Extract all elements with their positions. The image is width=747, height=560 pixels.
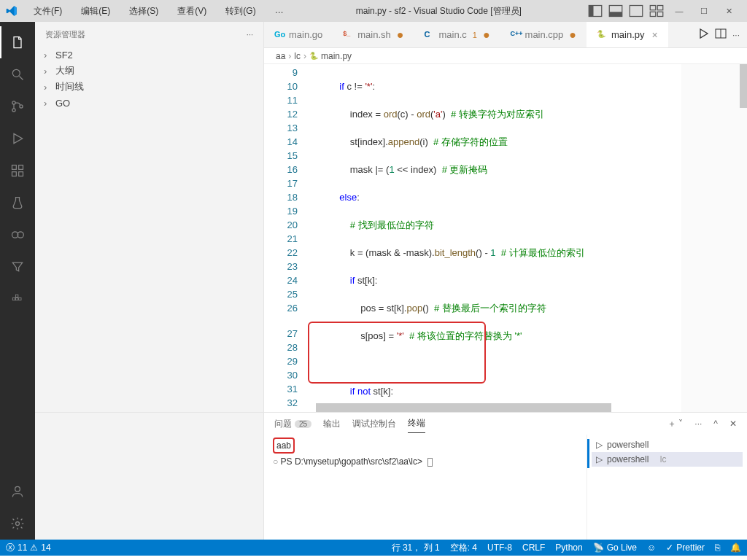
status-errors[interactable]: ⓧ 11 ⚠ 14 [6, 542, 51, 554]
panel-tab-problems[interactable]: 问题25 [274, 415, 311, 433]
layout-left-icon[interactable] [587, 2, 604, 20]
activity-account-icon[interactable] [0, 475, 35, 508]
title-bar: 文件(F) 编辑(E) 选择(S) 查看(V) 转到(G) … main.py … [0, 0, 747, 22]
horizontal-scrollbar[interactable] [316, 403, 611, 412]
editor-area: Gomain.go $_main.sh● Cmain.c1● C++main.c… [264, 22, 747, 540]
sidebar-item-timeline[interactable]: ›时间线 [35, 79, 263, 95]
layout-grid-icon[interactable] [648, 2, 665, 20]
status-encoding[interactable]: UTF-8 [487, 542, 512, 553]
panel-new-icon[interactable]: ＋ ˅ [667, 418, 683, 430]
status-bar: ⓧ 11 ⚠ 14 行 31， 列 1 空格: 4 UTF-8 CRLF Pyt… [0, 540, 747, 556]
status-bell-icon[interactable]: 🔔 [730, 542, 741, 553]
terminal-icon: ▷ [596, 440, 603, 450]
bottom-panel: 问题25 输出 调试控制台 终端 ＋ ˅ ··· ^ ✕ aab ○ PS D:… [35, 412, 747, 540]
activity-extensions-icon[interactable] [0, 155, 35, 187]
terminal-item[interactable]: ▷powershell [592, 438, 743, 452]
vertical-scrollbar[interactable] [740, 64, 747, 108]
activity-scm-icon[interactable] [0, 90, 35, 122]
svg-rect-23 [19, 298, 21, 300]
svg-point-25 [16, 522, 20, 526]
sidebar-item-go[interactable]: ›GO [35, 95, 263, 111]
sidebar-more-icon[interactable]: ··· [247, 30, 253, 39]
svg-rect-7 [650, 12, 656, 16]
svg-rect-3 [609, 12, 622, 16]
svg-point-9 [12, 69, 20, 77]
layout-bottom-icon[interactable] [607, 2, 624, 20]
panel-close-icon[interactable]: ✕ [729, 419, 737, 429]
svg-rect-17 [19, 166, 23, 170]
menu-more[interactable]: … [266, 4, 293, 19]
menu-go[interactable]: 转到(G) [217, 4, 264, 19]
panel-maximize-icon[interactable]: ^ [713, 419, 718, 429]
svg-rect-16 [19, 172, 23, 176]
activity-docker-icon[interactable] [0, 283, 35, 315]
tab-main-cpp[interactable]: C++main.cpp● [500, 22, 587, 47]
tab-main-go[interactable]: Gomain.go [264, 22, 333, 47]
panel-more-icon[interactable]: ··· [694, 419, 702, 429]
activity-go-icon[interactable] [0, 219, 35, 251]
svg-point-12 [12, 109, 15, 112]
status-spaces[interactable]: 空格: 4 [450, 542, 477, 554]
status-language[interactable]: Python [555, 542, 582, 553]
vscode-logo-icon [6, 5, 18, 17]
window-title: main.py - sf2 - Visual Studio Code [管理员] [293, 5, 585, 18]
activity-search-icon[interactable] [0, 58, 35, 90]
tab-close-icon[interactable]: × [652, 29, 658, 41]
svg-rect-5 [650, 6, 656, 10]
status-eol[interactable]: CRLF [522, 542, 545, 553]
maximize-button[interactable]: ☐ [692, 1, 716, 21]
tab-more-icon[interactable]: ··· [732, 30, 740, 40]
svg-rect-22 [16, 295, 18, 297]
layout-right-icon[interactable] [627, 2, 645, 20]
tab-main-c[interactable]: Cmain.c1● [414, 22, 500, 47]
svg-point-13 [20, 105, 23, 108]
menu-edit[interactable]: 编辑(E) [72, 4, 119, 19]
menu-file[interactable]: 文件(F) [25, 4, 71, 19]
editor-tabs: Gomain.go $_main.sh● Cmain.c1● C++main.c… [264, 22, 747, 48]
svg-point-24 [15, 486, 20, 491]
svg-point-11 [12, 101, 15, 104]
terminal-list: ▷powershell ▷powershell lc [587, 435, 747, 540]
sidebar-title: 资源管理器 [45, 29, 85, 40]
activity-settings-icon[interactable] [0, 508, 35, 540]
tab-main-sh[interactable]: $_main.sh● [333, 22, 414, 47]
activity-filter-icon[interactable] [0, 251, 35, 283]
run-icon[interactable] [697, 28, 709, 42]
tab-main-py[interactable]: 🐍main.py× [587, 22, 668, 47]
terminal[interactable]: aab ○ PS D:\mysetup\gopath\src\sf2\aa\lc… [264, 435, 587, 540]
panel-tab-terminal[interactable]: 终端 [408, 414, 425, 433]
menu-select[interactable]: 选择(S) [120, 4, 167, 19]
code-editor[interactable]: if c != '*': index = ord(c) - ord('a') #… [308, 64, 681, 412]
minimap[interactable] [681, 64, 747, 412]
svg-rect-14 [12, 166, 17, 170]
status-cursor[interactable]: 行 31， 列 1 [392, 542, 440, 554]
sidebar-item-outline[interactable]: ›大纲 [35, 63, 263, 79]
status-prettier[interactable]: ✓ Prettier [666, 542, 705, 553]
svg-rect-4 [630, 6, 643, 17]
breadcrumb[interactable]: aa›lc›🐍main.py [264, 48, 747, 64]
svg-rect-6 [657, 6, 663, 10]
panel-tab-debug[interactable]: 调试控制台 [352, 415, 396, 433]
activity-debug-icon[interactable] [0, 122, 35, 155]
line-gutter: 9101112131415161718192021222324252627282… [264, 64, 308, 412]
svg-rect-1 [589, 6, 593, 17]
menu-bar: 文件(F) 编辑(E) 选择(S) 查看(V) 转到(G) … [25, 4, 293, 19]
activity-explorer-icon[interactable] [0, 26, 35, 58]
terminal-icon: ▷ [596, 454, 603, 464]
svg-rect-21 [16, 298, 18, 300]
status-port-icon[interactable]: ⎘ [715, 542, 720, 553]
status-golive[interactable]: 📡 Go Live [593, 542, 637, 553]
svg-line-10 [20, 77, 23, 80]
panel-tab-output[interactable]: 输出 [323, 415, 341, 433]
status-feedback-icon[interactable]: ☺ [647, 542, 656, 553]
terminal-item[interactable]: ▷powershell lc [592, 452, 743, 467]
activity-test-icon[interactable] [0, 187, 35, 219]
menu-view[interactable]: 查看(V) [169, 4, 215, 19]
close-button[interactable]: ✕ [716, 1, 741, 21]
svg-rect-15 [12, 172, 17, 176]
sidebar-item-sf2[interactable]: ›SF2 [35, 47, 263, 63]
minimize-button[interactable]: ― [667, 1, 692, 21]
svg-rect-20 [12, 298, 15, 300]
split-icon[interactable] [715, 28, 727, 42]
activity-bar [0, 22, 35, 540]
